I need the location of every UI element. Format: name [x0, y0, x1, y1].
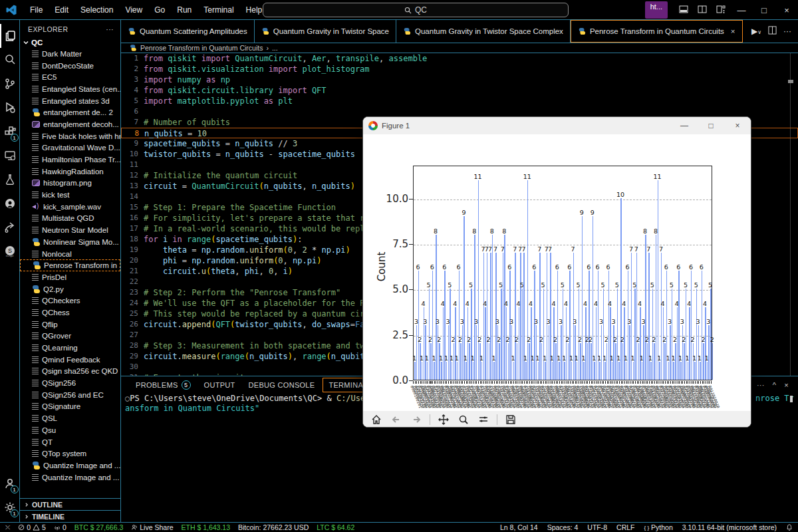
activity-explorer-icon[interactable] [0, 24, 20, 48]
zoom-icon[interactable] [457, 413, 470, 426]
panel-maximize-icon[interactable]: ^ [773, 381, 776, 389]
activity-scrypt-icon[interactable]: SsCrypt [0, 239, 20, 263]
file-item[interactable]: Qflip [20, 319, 120, 331]
window-restore-button[interactable]: □ [753, 0, 775, 20]
toggle-panel-icon[interactable] [674, 5, 693, 16]
notifications-bell-icon[interactable] [786, 524, 793, 531]
menu-go[interactable]: Go [148, 5, 171, 15]
eol-status[interactable]: CRLF [616, 523, 634, 531]
file-item[interactable]: histogram.png [20, 178, 120, 190]
encoding-status[interactable]: UTF-8 [587, 523, 607, 531]
file-item[interactable]: HawkingRadiation [20, 166, 120, 178]
file-item[interactable]: Multistate QGD [20, 213, 120, 225]
figure-title-bar[interactable]: Figure 1 — □ × [363, 117, 751, 134]
file-item[interactable]: QSign256 and EC [20, 389, 120, 401]
panel-tab-output[interactable]: OUTPUT [199, 378, 241, 392]
file-item[interactable]: Five black holes with hr [20, 130, 120, 142]
file-item[interactable]: kick test [20, 189, 120, 201]
file-item[interactable]: Hamiltonian Phase Tr... [20, 154, 120, 166]
live-share-status[interactable]: Live Share [131, 523, 173, 531]
customize-layout-icon[interactable] [712, 5, 730, 16]
file-item[interactable]: QTop system [20, 448, 120, 460]
btc-ticker[interactable]: BTC $ 27,666.3 [74, 523, 124, 531]
activity-remote-explorer-icon[interactable] [0, 144, 20, 168]
file-item[interactable]: QT [20, 436, 120, 448]
file-item[interactable]: Dark Matter [20, 48, 120, 60]
panel-more-actions-icon[interactable]: ··· [757, 381, 765, 389]
file-item[interactable]: EC5 [20, 71, 120, 83]
folder-root-qc[interactable]: QC [20, 37, 120, 48]
file-item[interactable]: Qsign sha256 ec QKD [20, 366, 120, 378]
back-icon[interactable] [390, 413, 403, 426]
file-item[interactable]: QSign256 [20, 377, 120, 389]
language-status[interactable]: { }Python [644, 523, 673, 531]
file-item[interactable]: QSignature [20, 401, 120, 413]
tab-penrose-transform-in-quantum-circuits[interactable]: Penrose Transform in Quantum Circuits× [571, 20, 743, 43]
activity-extensions-icon[interactable]: 1 [0, 120, 20, 144]
save-icon[interactable] [504, 413, 517, 426]
pan-icon[interactable] [437, 413, 450, 426]
matplotlib-figure-window[interactable]: Figure 1 — □ × Count 1362143152618321461… [362, 116, 751, 428]
tab-quantum-gravity-in-twistor-space-complex[interactable]: Quantum Gravity in Twistor Space Complex [396, 20, 571, 43]
home-icon[interactable] [370, 413, 383, 426]
menu-terminal[interactable]: Terminal [198, 5, 239, 15]
split-editor-icon[interactable] [693, 5, 712, 16]
activity-testing-icon[interactable] [0, 168, 20, 192]
tab-quantum-gravity-in-twistor-space[interactable]: Quantum Gravity in Twistor Space [255, 20, 396, 43]
activity-accounts-icon[interactable]: 1 [0, 471, 20, 495]
file-item[interactable]: Penrose Transform in ... [20, 259, 120, 271]
cursor-position[interactable]: Ln 8, Col 14 [500, 523, 538, 531]
notification-toast[interactable]: ht... [645, 1, 668, 19]
more-actions-icon[interactable]: ··· [783, 27, 791, 36]
panel-tab-problems[interactable]: PROBLEMS5 [130, 378, 196, 392]
file-item[interactable]: Entangled states 3d [20, 95, 120, 107]
file-item[interactable]: Neutron Star Model [20, 224, 120, 236]
activity-run-debug-icon[interactable] [0, 96, 20, 120]
file-item[interactable]: DontDecoState [20, 60, 120, 72]
configure-subplots-icon[interactable] [477, 413, 490, 426]
file-item[interactable]: Gravitational Wave D... [20, 142, 120, 154]
file-item[interactable]: Qmind Feedback [20, 354, 120, 366]
remote-indicator[interactable]: ⤫ [5, 524, 10, 531]
tab-close-icon[interactable]: × [731, 27, 735, 35]
menu-edit[interactable]: Edit [49, 5, 74, 15]
file-item[interactable]: QSL [20, 412, 120, 424]
file-item[interactable]: QLearning [20, 342, 120, 354]
breadcrumb[interactable]: Penrose Transform in Quantum Circuits › … [121, 43, 798, 53]
file-item[interactable]: kick_sample.wav [20, 201, 120, 213]
panel-tab-debug-console[interactable]: DEBUG CONSOLE [243, 378, 321, 392]
window-close-button[interactable]: × [775, 0, 798, 20]
forward-icon[interactable] [410, 413, 423, 426]
activity-source-control-icon[interactable] [0, 72, 20, 96]
figure-close-button[interactable]: × [724, 117, 751, 134]
tab-quantum-scattering-amplitudes[interactable]: Quantum Scattering Amplitudes [121, 20, 255, 43]
activity-live-share-icon[interactable] [0, 215, 20, 239]
file-item[interactable]: entanglement decoh... [20, 118, 120, 130]
menu-selection[interactable]: Selection [74, 5, 119, 15]
terminal-scrollbar[interactable] [790, 396, 793, 402]
menu-view[interactable]: View [119, 5, 148, 15]
command-center-search[interactable]: QC [263, 3, 569, 17]
eth-ticker[interactable]: ETH $ 1,643.13 [181, 523, 230, 531]
ports-status[interactable]: 0 [54, 523, 66, 531]
problems-status[interactable]: 0 5 [18, 523, 46, 531]
file-item[interactable]: QChess [20, 307, 120, 319]
figure-minimize-button[interactable]: — [671, 117, 698, 134]
panel-close-icon[interactable]: × [784, 381, 789, 389]
file-item[interactable]: PrisDel [20, 271, 120, 283]
file-item[interactable]: Nonlinear Sigma Mo... [20, 236, 120, 248]
file-item[interactable]: QGrover [20, 331, 120, 342]
outline-section[interactable]: OUTLINE [20, 498, 120, 510]
menu-run[interactable]: Run [171, 5, 198, 15]
file-item[interactable]: Q2.py [20, 283, 120, 295]
file-item[interactable]: entanglement de... 2 [20, 106, 120, 118]
bitcoin-usd-ticker[interactable]: Bitcoin: 27662.23 USD [238, 523, 309, 531]
activity-search-icon[interactable] [0, 48, 20, 72]
timeline-section[interactable]: TIMELINE [20, 510, 120, 522]
file-item[interactable]: Qsu [20, 424, 120, 436]
file-item[interactable]: Quantize Image and ... [20, 460, 120, 471]
split-editor-icon[interactable] [768, 26, 777, 37]
menu-file[interactable]: File [24, 5, 49, 15]
ltc-ticker[interactable]: LTC $ 64.62 [317, 523, 354, 531]
window-minimize-button[interactable]: — [730, 0, 753, 20]
